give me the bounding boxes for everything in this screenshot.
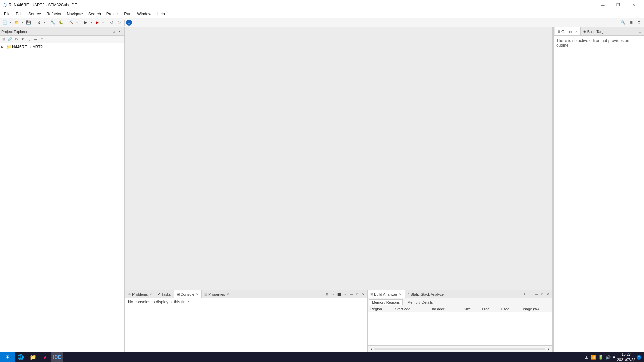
open-file-button[interactable]: 📂 bbox=[13, 19, 20, 26]
taskbar-browser[interactable]: 🌐 bbox=[15, 352, 27, 362]
perspectives-config-button[interactable]: ⚙ bbox=[635, 19, 643, 26]
wifi-icon[interactable]: 📶 bbox=[591, 355, 596, 360]
explorer-hide-button[interactable]: — bbox=[33, 36, 39, 42]
menu-source[interactable]: Source bbox=[25, 10, 44, 18]
link-editor-button[interactable]: 🔗 bbox=[7, 36, 13, 42]
menu-file[interactable]: File bbox=[1, 10, 13, 18]
scroll-right-arrow[interactable]: ▸ bbox=[546, 346, 551, 352]
notification-badge[interactable]: 2 bbox=[637, 355, 641, 360]
volume-icon[interactable]: 🔊 bbox=[605, 355, 611, 360]
debug-run-arrow[interactable]: ▾ bbox=[101, 19, 105, 26]
bottom-open-button[interactable]: ⬛ bbox=[336, 292, 342, 297]
tab-problems[interactable]: ⚠ Problems ✕ bbox=[125, 290, 155, 298]
debug-run-button[interactable]: ▶ bbox=[94, 19, 101, 26]
ba-maximize-button[interactable]: □ bbox=[540, 292, 545, 297]
search-toolbar-button[interactable]: 🔍 bbox=[619, 19, 627, 26]
debug-config-button[interactable]: 🔧 bbox=[49, 19, 57, 26]
maximize-button[interactable]: ❐ bbox=[610, 0, 626, 10]
ba-panel-controls: ↻ ⋮ — □ ✕ bbox=[523, 292, 552, 297]
taskbar-store[interactable]: 🛍 bbox=[39, 352, 51, 362]
menu-edit[interactable]: Edit bbox=[13, 10, 25, 18]
forward-button[interactable]: ▷ bbox=[116, 19, 123, 26]
menu-help[interactable]: Help bbox=[154, 10, 168, 18]
lang-icon[interactable]: A bbox=[613, 355, 615, 360]
tasks-label: Tasks bbox=[161, 292, 171, 296]
tab-console[interactable]: ▣ Console ✕ bbox=[174, 290, 202, 298]
scroll-left-arrow[interactable]: ◂ bbox=[368, 346, 374, 352]
editor-area[interactable] bbox=[125, 27, 552, 290]
col-start-addr: Start add... bbox=[392, 306, 427, 312]
bottom-dropdown-button[interactable]: ▾ bbox=[330, 292, 336, 297]
build-analyzer-header: ⊞ Build Analyzer ✕ ≡ Static Stack Analyz… bbox=[368, 290, 552, 298]
build-analyzer-close[interactable]: ✕ bbox=[399, 293, 402, 296]
tab-build-targets[interactable]: ◉ Build Targets bbox=[581, 27, 611, 35]
build-arrow[interactable]: ▾ bbox=[75, 19, 79, 26]
bottom-dropdown2-button[interactable]: ▾ bbox=[342, 292, 348, 297]
ba-close-button[interactable]: ✕ bbox=[545, 292, 551, 297]
explorer-menu-button[interactable]: ⋮ bbox=[26, 36, 32, 42]
taskbar-ide[interactable]: IDE bbox=[51, 352, 63, 362]
explorer-maximize-button[interactable]: □ bbox=[111, 29, 116, 34]
taskbar-explorer[interactable]: 📁 bbox=[27, 352, 39, 362]
scroll-track[interactable] bbox=[374, 348, 545, 350]
explorer-filter-button[interactable]: ▼ bbox=[20, 36, 26, 42]
start-icon: ⊞ bbox=[5, 354, 10, 360]
new-file-arrow[interactable]: ▾ bbox=[9, 19, 12, 26]
tab-outline[interactable]: ⊞ Outline ✕ bbox=[555, 27, 581, 35]
tab-static-stack[interactable]: ≡ Static Stack Analyzer bbox=[405, 290, 448, 298]
bottom-minimize-button[interactable]: — bbox=[348, 292, 354, 297]
save-button[interactable]: 💾 bbox=[25, 19, 32, 26]
ba-minimize-button[interactable]: — bbox=[534, 292, 539, 297]
menu-window[interactable]: Window bbox=[134, 10, 154, 18]
run-button[interactable]: ▶ bbox=[82, 19, 89, 26]
menu-run[interactable]: Run bbox=[121, 10, 134, 18]
menu-refactor[interactable]: Refactor bbox=[44, 10, 64, 18]
tab-properties[interactable]: ▤ Properties ✕ bbox=[202, 290, 232, 298]
run-arrow[interactable]: ▾ bbox=[90, 19, 93, 26]
tab-tasks[interactable]: ✔ Tasks bbox=[155, 290, 174, 298]
bottom-new-console-button[interactable]: ⊞ bbox=[324, 292, 330, 297]
battery-icon[interactable]: 🔋 bbox=[598, 355, 603, 360]
bottom-close-button[interactable]: ✕ bbox=[361, 292, 366, 297]
menu-project[interactable]: Project bbox=[104, 10, 121, 18]
print-button[interactable]: 🖨 bbox=[35, 19, 43, 26]
tree-item-root[interactable]: ▶ 📁 N446RE_UART2 bbox=[0, 44, 124, 50]
start-button[interactable]: ⊞ bbox=[0, 352, 15, 362]
info-button[interactable]: ℹ bbox=[126, 20, 132, 26]
bottom-panel: ⚠ Problems ✕ ✔ Tasks ▣ Console ✕ ▤ bbox=[125, 290, 552, 352]
back-button[interactable]: ◁ bbox=[108, 19, 115, 26]
explorer-minimize-button[interactable]: — bbox=[105, 29, 110, 34]
menu-navigate[interactable]: Navigate bbox=[64, 10, 85, 18]
close-button[interactable]: ✕ bbox=[626, 0, 641, 10]
outline-close[interactable]: ✕ bbox=[575, 30, 578, 33]
bottom-maximize-button[interactable]: □ bbox=[355, 292, 360, 297]
explorer-close-button[interactable]: ✕ bbox=[117, 29, 122, 34]
rp-minimize-button[interactable]: — bbox=[632, 29, 637, 34]
console-close[interactable]: ✕ bbox=[196, 293, 199, 296]
rp-maximize-button[interactable]: □ bbox=[637, 29, 643, 34]
app-icon: ⬡ bbox=[3, 2, 7, 8]
tab-build-analyzer[interactable]: ⊞ Build Analyzer ✕ bbox=[368, 290, 405, 298]
new-window-button[interactable]: ⧉ bbox=[13, 36, 19, 42]
properties-close[interactable]: ✕ bbox=[227, 293, 229, 296]
explorer-maxrestore-button[interactable]: □ bbox=[39, 36, 45, 42]
collapse-all-button[interactable]: ⊟ bbox=[1, 36, 7, 42]
build-button[interactable]: 🔨 bbox=[68, 19, 75, 26]
open-file-arrow[interactable]: ▾ bbox=[21, 19, 24, 26]
chevron-up-icon[interactable]: ▲ bbox=[584, 355, 589, 360]
ba-sync-button[interactable]: ↻ bbox=[523, 292, 528, 297]
memory-scrollbar[interactable]: ◂ ▸ bbox=[368, 345, 552, 352]
problems-close[interactable]: ✕ bbox=[149, 293, 152, 296]
memory-regions-tab[interactable]: Memory Regions bbox=[369, 299, 403, 305]
memory-table-container: Region Start add... End addr... Size Fre… bbox=[368, 306, 552, 345]
minimize-button[interactable]: — bbox=[595, 0, 610, 10]
debug-button[interactable]: 🐛 bbox=[57, 19, 65, 26]
menu-search[interactable]: Search bbox=[86, 10, 104, 18]
notification-area: ▲ 📶 🔋 🔊 A bbox=[584, 355, 615, 360]
memory-details-tab[interactable]: Memory Details bbox=[404, 299, 436, 305]
clock[interactable]: 15:27 2021/07/22 bbox=[617, 352, 635, 362]
perspectives-button[interactable]: ⊞ bbox=[627, 19, 635, 26]
ba-menu-button[interactable]: ⋮ bbox=[528, 292, 534, 297]
new-file-button[interactable]: 📄 bbox=[1, 19, 9, 26]
print-arrow[interactable]: ▾ bbox=[43, 19, 46, 26]
